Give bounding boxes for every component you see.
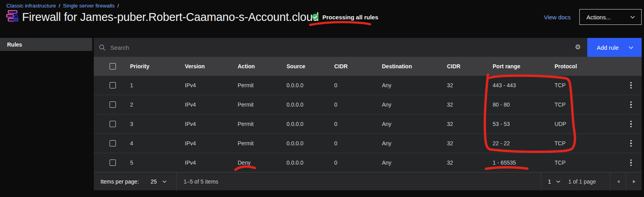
firewall-rules-table: Priority Version Action Source CIDR Dest… <box>94 57 642 172</box>
chevron-down-icon <box>556 180 560 183</box>
add-rule-button[interactable]: Add rule <box>587 38 642 57</box>
view-docs-link[interactable]: View docs <box>544 14 571 21</box>
cell-destination: Any <box>382 134 447 153</box>
next-page-button[interactable] <box>626 173 642 191</box>
overflow-menu-icon[interactable] <box>627 95 635 114</box>
page-header: Classic infrastructure / Single server f… <box>0 0 644 38</box>
sidebar: Rules <box>0 38 92 197</box>
table-row: 2 IPv4 Permit 0.0.0.0 0 Any 32 80 - 80 T… <box>94 95 642 114</box>
cell-protocol: TCP <box>555 76 625 95</box>
search-bar <box>94 38 568 57</box>
column-header-version: Version <box>185 57 238 76</box>
cell-cidr-2: 32 <box>447 76 493 95</box>
column-header-cidr: CIDR <box>334 57 382 76</box>
cell-destination: Any <box>382 95 447 114</box>
cell-source: 0.0.0.0 <box>287 95 334 114</box>
row-checkbox[interactable] <box>110 159 116 166</box>
row-checkbox[interactable] <box>110 121 116 127</box>
cell-priority: 3 <box>130 114 185 134</box>
breadcrumb: Classic infrastructure / Single server f… <box>6 3 119 9</box>
table-header-row: Priority Version Action Source CIDR Dest… <box>94 57 642 76</box>
items-per-page-label: Items per page: <box>101 178 139 185</box>
status-text: Processing all rules <box>322 14 378 21</box>
table-row: 3 IPv4 Permit 0.0.0.0 0 Any 32 53 - 53 U… <box>94 114 642 134</box>
caret-left-icon <box>617 180 620 184</box>
search-icon <box>99 44 106 51</box>
items-per-page-select[interactable]: 25 <box>151 178 167 185</box>
breadcrumb-separator: / <box>59 3 60 9</box>
cell-cidr: 0 <box>334 134 382 153</box>
cell-protocol: UDP <box>555 114 625 134</box>
overflow-menu-icon[interactable] <box>627 153 635 172</box>
table-row: 5 IPv4 Deny 0.0.0.0 0 Any 32 1 - 65535 T… <box>94 153 642 173</box>
cell-version: IPv4 <box>185 134 238 153</box>
cell-protocol: TCP <box>555 134 625 153</box>
select-all-checkbox[interactable] <box>110 63 116 69</box>
firewall-icon <box>6 9 20 24</box>
page-info-text: 1 of 1 page <box>568 178 610 185</box>
cell-priority: 4 <box>130 134 185 153</box>
cell-destination: Any <box>382 153 447 173</box>
search-input[interactable] <box>110 44 568 51</box>
check-circle-icon <box>312 13 319 21</box>
rules-panel: ⚙ Add rule Priority Version Action Sourc… <box>94 38 642 190</box>
cell-destination: Any <box>382 76 447 95</box>
cell-source: 0.0.0.0 <box>287 114 334 134</box>
cell-priority: 5 <box>130 153 185 173</box>
column-header-port-range: Port range <box>493 57 555 76</box>
overflow-menu-icon[interactable] <box>627 134 635 153</box>
cell-action: Permit <box>238 114 287 134</box>
chevron-down-icon <box>629 46 633 49</box>
cell-action: Permit <box>238 76 287 95</box>
gear-icon[interactable]: ⚙ <box>568 38 587 57</box>
add-rule-label: Add rule <box>597 44 619 51</box>
column-header-cidr-2: CIDR <box>447 57 493 76</box>
table-row: 1 IPv4 Permit 0.0.0.0 0 Any 32 443 - 443… <box>94 76 642 95</box>
page-number-select[interactable]: 1 <box>541 173 568 191</box>
cell-action: Deny <box>238 153 287 173</box>
cell-cidr: 0 <box>334 95 382 114</box>
column-header-source: Source <box>287 57 334 76</box>
sidebar-item-label: Rules <box>7 41 22 48</box>
cell-port-range: 443 - 443 <box>493 76 555 95</box>
cell-action: Permit <box>238 134 287 153</box>
caret-right-icon <box>633 180 636 184</box>
cell-priority: 1 <box>130 76 185 95</box>
overflow-menu-icon[interactable] <box>627 76 635 95</box>
cell-source: 0.0.0.0 <box>287 153 334 173</box>
cell-protocol: TCP <box>555 95 625 114</box>
page-number-value: 1 <box>548 178 551 185</box>
item-range-text: 1–5 of 5 items <box>176 173 541 191</box>
column-header-priority: Priority <box>130 57 185 76</box>
breadcrumb-link-single-server-firewalls[interactable]: Single server firewalls <box>63 3 115 9</box>
previous-page-button[interactable] <box>610 173 626 191</box>
cell-port-range: 80 - 80 <box>493 95 555 114</box>
cell-version: IPv4 <box>185 153 238 173</box>
item-range-label: 1–5 of 5 items <box>184 178 218 185</box>
cell-version: IPv4 <box>185 76 238 95</box>
pagination-bar: Items per page: 25 1–5 of 5 items 1 1 of… <box>94 172 642 190</box>
cell-priority: 2 <box>130 95 185 114</box>
actions-dropdown[interactable]: Actions... <box>579 9 642 25</box>
items-per-page-value: 25 <box>151 178 157 185</box>
table-toolbar: ⚙ Add rule <box>94 38 642 57</box>
cell-cidr: 0 <box>334 153 382 173</box>
chevron-down-icon <box>630 16 635 19</box>
breadcrumb-link-classic-infrastructure[interactable]: Classic infrastructure <box>6 3 56 9</box>
column-header-protocol: Protocol <box>555 57 625 76</box>
status-badge: Processing all rules <box>312 13 378 21</box>
cell-source: 0.0.0.0 <box>287 76 334 95</box>
page-title: Firewall for James-puber.Robert-Caamano-… <box>22 11 319 24</box>
cell-version: IPv4 <box>185 114 238 134</box>
cell-cidr-2: 32 <box>447 114 493 134</box>
row-checkbox[interactable] <box>110 82 116 88</box>
sidebar-item-rules[interactable]: Rules <box>0 38 92 51</box>
cell-cidr-2: 32 <box>447 134 493 153</box>
cell-cidr-2: 32 <box>447 95 493 114</box>
row-checkbox[interactable] <box>110 101 116 108</box>
overflow-menu-icon[interactable] <box>627 114 635 133</box>
cell-source: 0.0.0.0 <box>287 134 334 153</box>
cell-port-range: 53 - 53 <box>493 114 555 134</box>
cell-protocol: TCP <box>555 153 625 173</box>
row-checkbox[interactable] <box>110 140 116 146</box>
